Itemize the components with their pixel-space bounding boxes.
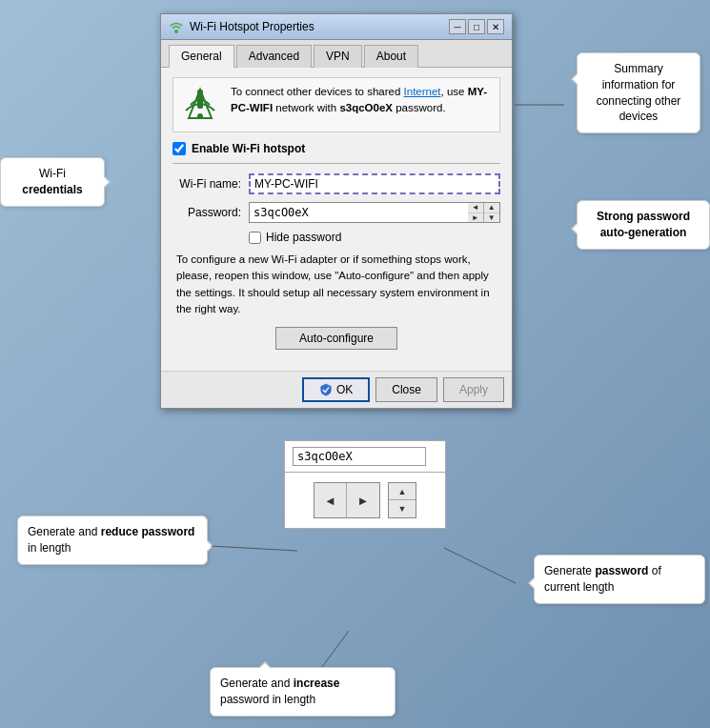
zoom-left-button[interactable]: ◄ [314,483,347,517]
shield-icon [319,383,333,396]
hide-password-row: Hide password [249,231,500,244]
enable-wifi-checkbox[interactable] [172,142,186,155]
pw-left-arrows: ◄ ► [468,203,484,222]
callout-summary-text: Summary information for connecting other… [597,62,681,123]
callout-summary: Summary information for connecting other… [577,52,700,133]
tab-vpn[interactable]: VPN [314,45,362,68]
zoom-controls: ◄ ► ▲ ▼ [284,473,446,529]
maximize-button[interactable]: □ [468,19,485,34]
password-spinner: ◄ ► ▲ ▼ [468,202,500,223]
svg-point-0 [174,30,178,33]
close-dialog-button[interactable]: Close [375,377,437,402]
callout-generate-increase: Generate and increase password in length [210,667,396,717]
generate-current-text: Generate password of current length [544,564,661,594]
pw-up-btn[interactable]: ▲ [484,203,499,213]
dialog-buttons: OK Close Apply [161,371,512,408]
zoom-up-button[interactable]: ▲ [389,483,416,500]
password-row: Password: ◄ ► ▲ ▼ [172,202,500,223]
password-info: s3qcO0eX [339,102,393,113]
tab-general[interactable]: General [169,45,234,68]
wifi-name-row: Wi-Fi name: [172,173,500,194]
zoom-right-button[interactable]: ► [347,483,379,517]
dialog-content: To connect other devices to shared Inter… [161,68,512,371]
zoom-side-arrows: ◄ ► [314,482,380,518]
zoom-password-input[interactable] [293,447,426,466]
wifi-logo-icon [179,84,221,126]
internet-link[interactable]: Internet [404,86,441,97]
generate-increase-text: Generate and increase password in length [220,677,339,706]
minimize-button[interactable]: ─ [449,19,466,34]
wifi-name-input[interactable] [249,173,500,194]
apply-button: Apply [443,377,504,402]
ok-label: OK [336,383,353,396]
callout-generate-current: Generate password of current length [534,555,705,604]
close-button[interactable]: ✕ [487,19,504,34]
ok-button[interactable]: OK [302,377,370,402]
title-controls: ─ □ ✕ [449,19,504,34]
dialog-title: Wi-Fi Hotspot Properties [190,20,314,33]
callout-generate-reduce: Generate and reduce password in length [17,516,208,565]
strong-password-text: Strong password auto-generation [597,210,690,239]
password-input[interactable] [249,202,468,223]
callout-strong-password: Strong password auto-generation [577,200,710,250]
password-field-container: ◄ ► ▲ ▼ [249,202,500,223]
wifi-credentials-text: Wi-Fi credentials [22,167,82,196]
svg-point-2 [197,113,203,119]
enable-wifi-label: Enable Wi-Fi hotspot [192,142,305,155]
pw-right-btn[interactable]: ► [468,213,483,223]
title-bar: Wi-Fi Hotspot Properties ─ □ ✕ [161,14,512,40]
zoom-area: ◄ ► ▲ ▼ [284,440,446,529]
wifi-icon [169,19,184,34]
dialog-window: Wi-Fi Hotspot Properties ─ □ ✕ General A… [160,13,513,409]
info-text: To connect other devices to shared Inter… [231,84,494,117]
generate-reduce-text: Generate and reduce password in length [28,525,194,555]
enable-wifi-row: Enable Wi-Fi hotspot [172,142,500,155]
zoom-vert-arrows: ▲ ▼ [388,482,416,518]
divider [172,163,500,164]
zoom-input-area [284,440,446,473]
hide-password-checkbox[interactable] [249,232,261,244]
password-label: Password: [172,206,249,219]
info-box: To connect other devices to shared Inter… [172,77,500,132]
tab-advanced[interactable]: Advanced [236,45,312,68]
zoom-down-button[interactable]: ▼ [389,500,416,517]
title-bar-left: Wi-Fi Hotspot Properties [169,19,314,34]
wifi-name-label: Wi-Fi name: [172,177,249,191]
hide-password-label: Hide password [266,231,341,244]
pw-left-btn[interactable]: ◄ [468,203,483,213]
tab-about[interactable]: About [364,45,418,68]
callout-wifi-credentials: Wi-Fi credentials [0,157,105,207]
description-text: To configure a new Wi-Fi adapter or if s… [172,252,500,317]
auto-configure-button[interactable]: Auto-configure [275,327,397,350]
pw-right-arrows: ▲ ▼ [484,203,499,222]
pw-down-btn[interactable]: ▼ [484,213,499,223]
tab-bar: General Advanced VPN About [161,40,512,68]
